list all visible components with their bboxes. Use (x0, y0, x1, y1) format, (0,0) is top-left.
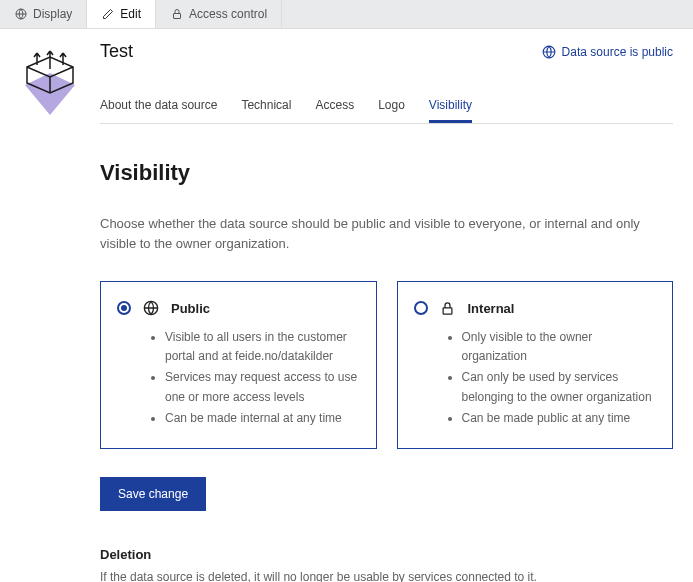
tab-edit-label: Edit (120, 7, 141, 21)
visibility-intro: Choose whether the data source should be… (100, 214, 640, 253)
tab-access-label: Access control (189, 7, 267, 21)
svg-rect-1 (173, 14, 180, 19)
radio-public[interactable] (117, 301, 131, 315)
public-badge: Data source is public (542, 45, 673, 59)
option-internal-label: Internal (468, 301, 515, 316)
tab-display[interactable]: Display (0, 0, 87, 28)
datasource-logo-icon (19, 49, 81, 119)
main-content: Visibility Choose whether the data sourc… (0, 124, 693, 582)
logo-cell (0, 41, 100, 119)
deletion-section: Deletion If the data source is deleted, … (100, 547, 673, 582)
subtab-access[interactable]: Access (315, 90, 354, 123)
deletion-text: If the data source is deleted, it will n… (100, 570, 673, 582)
globe-icon (542, 45, 556, 59)
lock-icon (170, 8, 183, 21)
subtab-visibility[interactable]: Visibility (429, 90, 472, 123)
lock-icon (440, 300, 456, 316)
option-internal[interactable]: Internal Only visible to the owner organ… (397, 281, 674, 449)
tab-access-control[interactable]: Access control (156, 0, 282, 28)
save-button[interactable]: Save change (100, 477, 206, 511)
visibility-options: Public Visible to all users in the custo… (100, 281, 673, 449)
tab-edit[interactable]: Edit (87, 0, 156, 28)
option-public[interactable]: Public Visible to all users in the custo… (100, 281, 377, 449)
top-tabs: Display Edit Access control (0, 0, 693, 29)
page-title: Test (100, 41, 133, 62)
list-item: Services may request access to use one o… (165, 368, 360, 406)
list-item: Can be made public at any time (462, 409, 657, 428)
list-item: Can only be used by services belonging t… (462, 368, 657, 406)
list-item: Can be made internal at any time (165, 409, 360, 428)
public-badge-label: Data source is public (562, 45, 673, 59)
list-item: Only visible to the owner organization (462, 328, 657, 366)
globe-icon (143, 300, 159, 316)
list-item: Visible to all users in the customer por… (165, 328, 360, 366)
visibility-heading: Visibility (100, 160, 673, 186)
subtab-technical[interactable]: Technical (241, 90, 291, 123)
radio-internal[interactable] (414, 301, 428, 315)
deletion-heading: Deletion (100, 547, 673, 562)
svg-rect-6 (443, 307, 452, 313)
subtab-logo[interactable]: Logo (378, 90, 405, 123)
globe-icon (14, 8, 27, 21)
option-public-label: Public (171, 301, 210, 316)
subtab-about[interactable]: About the data source (100, 90, 217, 123)
tab-display-label: Display (33, 7, 72, 21)
pencil-icon (101, 8, 114, 21)
subtabs: About the data source Technical Access L… (100, 90, 673, 124)
header-row: Test Data source is public About the dat… (0, 29, 693, 124)
